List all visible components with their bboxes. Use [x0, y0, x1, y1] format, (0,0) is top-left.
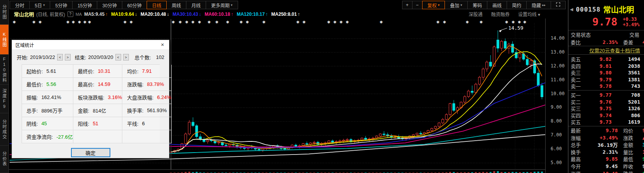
stat-label: 资金净流向:: [27, 133, 53, 140]
back-icon[interactable]: ◀: [570, 7, 573, 12]
stat-label: 总手: [571, 141, 587, 148]
end-date-prev-button[interactable]: <: [115, 54, 121, 60]
period-tab-8[interactable]: 周线: [166, 1, 186, 9]
bid-row-2[interactable]: 买二9.765201: [568, 98, 644, 105]
stat-label: 金额:: [78, 107, 90, 114]
dialog-stat-cell-7: 振幅:162.41%: [22, 91, 73, 104]
stock-name: 常山北明: [603, 4, 634, 15]
period-tab-3[interactable]: 5分钟: [50, 1, 73, 9]
ask-row-3[interactable]: 卖三9.803561: [568, 69, 644, 76]
end-date-next-button[interactable]: >: [123, 54, 129, 60]
stat-label: 涨跌幅:: [127, 81, 144, 88]
trend-arrow-icon: ↓: [199, 12, 201, 17]
overlay-button[interactable]: 叠加▾: [445, 1, 468, 9]
sidebar-item-1[interactable]: 分时图: [0, 0, 8, 25]
price-tick-6.00: 6.00: [551, 146, 562, 151]
period-tab-9[interactable]: 月线: [186, 1, 206, 9]
candle-body: [188, 122, 191, 134]
period-tab-1[interactable]: 分时: [10, 1, 30, 9]
fullscreen-button[interactable]: [551, 1, 566, 9]
bid-row-3[interactable]: 买三9.751326: [568, 105, 644, 112]
fuquan-button[interactable]: 复权▾: [422, 1, 445, 9]
bid-row-4[interactable]: 买四9.74806: [568, 112, 644, 119]
close-icon[interactable]: ×: [156, 40, 169, 49]
event-marker-icon: ✱: [443, 20, 446, 24]
price-tick-14.00: 14.00: [551, 35, 565, 41]
period-tab-5[interactable]: 30分钟: [97, 1, 122, 9]
bid-row-5[interactable]: 买五9.731619: [568, 118, 644, 125]
start-date-label: 开始:: [17, 54, 28, 61]
dialog-stat-cell-9: 大盘涨跌幅:6.24%: [122, 91, 172, 104]
level-volume: 1494: [612, 56, 640, 62]
period-tab-10[interactable]: 更多周期▾: [206, 1, 238, 9]
sidebar-item-6[interactable]: 分价表: [0, 146, 8, 173]
chart-tools: +−复权▾叠加▾筹码画线简约隐藏▸▸: [402, 1, 566, 9]
tool-label: 简约: [512, 2, 521, 8]
stat-value: 2.31%: [587, 149, 618, 155]
level-price: 9.76: [585, 99, 612, 105]
help-icon[interactable]: ?: [68, 11, 73, 17]
sidebar-item-2[interactable]: K线图: [0, 25, 8, 55]
price-tick-7.00: 7.00: [551, 132, 562, 138]
level-price: 9.73: [585, 119, 612, 125]
stat-value: -27.6亿: [56, 133, 73, 140]
tab-label: 周线: [172, 2, 181, 8]
stat-value: +3.49%: [587, 135, 618, 141]
volume-bar: [497, 171, 499, 173]
trade-status-value: 交易: [629, 31, 644, 38]
title-link-1[interactable]: 深股通: [469, 11, 483, 17]
candle-body: [500, 41, 503, 48]
candle-body: [541, 86, 543, 97]
candle-body: [486, 62, 488, 69]
hide-button[interactable]: 隐藏▸▸: [526, 1, 551, 9]
ma-value-3: MA20:10.48↓: [140, 12, 169, 17]
event-marker-icon: ✱: [480, 20, 483, 24]
candle-body: [306, 144, 308, 144]
title-link-3[interactable]: 设置均线 ▾: [518, 11, 540, 17]
ask-row-2[interactable]: 卖四9.812038: [568, 62, 644, 69]
sidebar-item-5[interactable]: 分时成交: [0, 113, 8, 146]
candle-body: [379, 134, 382, 136]
chips-button[interactable]: 筹码: [467, 1, 487, 9]
stat-label: 今开: [571, 163, 587, 170]
quote-stat-row-2: 涨幅+3.49%涨跌▲0.3: [568, 134, 644, 141]
level-volume: 1381: [612, 77, 640, 82]
ok-button[interactable]: 确定: [71, 148, 110, 157]
candle-body: [475, 84, 477, 92]
simple-button[interactable]: 简约: [507, 1, 527, 9]
tool-label: +: [406, 2, 409, 8]
zoom-out-button[interactable]: −: [412, 1, 423, 9]
event-marker-icon: ✱: [226, 20, 229, 24]
ma-value-2: MA10:9.64↓: [111, 12, 137, 17]
bid-row-1[interactable]: 买一9.77708: [568, 91, 644, 98]
start-date-prev-button[interactable]: <: [57, 54, 63, 60]
candle-body: [431, 128, 433, 130]
candle-body: [434, 126, 436, 128]
stat-label: 阳线:: [78, 120, 90, 127]
period-tab-6[interactable]: 60分钟: [122, 1, 147, 9]
sidebar-item-3[interactable]: F10资料: [0, 55, 8, 85]
dialog-titlebar[interactable]: 区域统计 ×: [12, 40, 169, 49]
level-volume: 3561: [612, 70, 640, 76]
level-label: 买四: [571, 112, 585, 119]
ask-row-5[interactable]: 卖一9.78743: [568, 82, 644, 89]
title-link-2[interactable]: 融资融券: [491, 11, 510, 17]
sidebar-item-4[interactable]: 深度F9: [0, 85, 8, 113]
event-marker-icon: ✱: [262, 20, 265, 24]
period-tab-7[interactable]: 日线: [147, 1, 167, 9]
ask-row-1[interactable]: 卖五9.821494: [568, 55, 644, 62]
candle-body: [225, 145, 227, 146]
level2-promo-link[interactable]: 仅需20元查看十档行情: [568, 46, 644, 54]
zoom-in-button[interactable]: +: [402, 1, 412, 9]
candle-body: [295, 145, 297, 146]
period-tab-4[interactable]: 15分钟: [72, 1, 97, 9]
tool-label: 画线: [492, 2, 502, 8]
drawline-button[interactable]: 画线: [487, 1, 507, 9]
period-tab-2[interactable]: 5日▾: [29, 1, 50, 9]
stat-value: 9.85: [587, 156, 618, 162]
ask-row-4[interactable]: 卖二9.791381: [568, 76, 644, 83]
stat-value: 10.31: [98, 68, 110, 74]
start-date-next-button[interactable]: >: [65, 54, 71, 60]
stat-value: 7.91: [142, 68, 152, 74]
event-marker-icon: ✱: [88, 20, 91, 24]
